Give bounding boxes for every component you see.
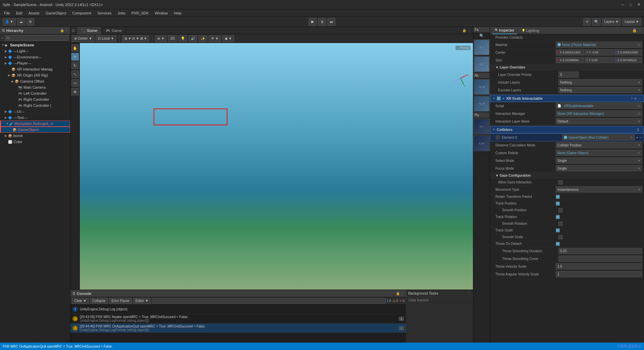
prop-layer-overrides[interactable]: ▼ Layer Overrides [490, 64, 644, 71]
layers-dropdown[interactable]: Layers ▼ [602, 18, 621, 26]
tree-rightcontroller2[interactable]: 🎮 Right Controller ( [0, 102, 70, 108]
bg-tasks-clear[interactable]: Clear Inactive [406, 297, 473, 303]
menu-window[interactable]: Window [152, 9, 170, 17]
track-rotation-checkbox[interactable]: ✓ [556, 215, 560, 219]
transform-tools[interactable]: ⊞ ▼ ⊟ ▼ ⊠ ▼ [122, 35, 150, 42]
tool-rotate[interactable]: ↻ [71, 62, 79, 69]
menu-edit[interactable]: Edit [13, 9, 25, 17]
inspector-tab-lighting[interactable]: 💡 Lighting [519, 27, 542, 34]
interaction-layer-mask-dropdown[interactable]: Default ▼ [556, 118, 642, 124]
scene-gizmos[interactable]: ⊕ ▼ [155, 35, 167, 42]
hierarchy-menu[interactable]: ⋮ [65, 29, 68, 32]
prop-gaze-config[interactable]: ▼ Gaze Configuration [490, 172, 644, 179]
tool-hand[interactable]: ✋ [71, 44, 79, 52]
console-error-pause-btn[interactable]: Error Pause [109, 298, 132, 304]
center-y-field[interactable]: Y Y -0.05 [585, 49, 613, 55]
hierarchy-search-input[interactable] [5, 35, 69, 41]
custom-reticle-value[interactable]: None (Game Object) ⊙ [556, 150, 642, 156]
center-dropdown[interactable]: ⊕ Center ▼ [72, 35, 94, 42]
scene-2d[interactable]: 2D [168, 35, 177, 42]
local-dropdown[interactable]: ⊡ Local ▼ [96, 35, 116, 42]
pause-button[interactable]: ⏸ [318, 18, 326, 26]
console-clear-btn[interactable]: Clear ▼ [72, 298, 89, 304]
tree-samplescene[interactable]: ▼ ◆ SampleScene [0, 42, 70, 48]
element0-value[interactable]: GameObject (Box Collider) ⊙ [562, 134, 635, 140]
center-x-field[interactable]: X X 0.000211455 [556, 49, 584, 55]
tool-move[interactable]: ✛ [71, 53, 79, 60]
tree-xrorigin[interactable]: ▶ 📦 XR Origin (XR Rig) [0, 72, 70, 78]
tool-rect[interactable]: ▭ [71, 79, 79, 87]
scene-fx[interactable]: ✨ [199, 35, 207, 42]
xr-grab-enabled[interactable]: ✓ [497, 96, 501, 100]
retain-transform-checkbox[interactable]: ✓ [556, 195, 560, 199]
size-y-field[interactable]: Y Y 0.09 [585, 57, 613, 63]
tree-light[interactable]: ▶ 🔷 ---Light--- [0, 48, 70, 54]
throw-velocity-scale-input[interactable] [556, 263, 642, 269]
assets-search-mini[interactable]: 🔍 [473, 33, 490, 39]
menu-services[interactable]: Services [95, 9, 114, 17]
smooth-position-checkbox[interactable] [558, 208, 562, 212]
tree-mistsplitter[interactable]: ▼ 🗡️ Mistsplitter Reforged_m [0, 121, 70, 127]
asset-thumb-5[interactable]: b_co [473, 135, 490, 152]
prop-material-value[interactable]: None (Physic Material) ⊙ [556, 42, 642, 48]
toolbar-cloud[interactable]: ☁ [17, 18, 25, 26]
close-button[interactable]: ✕ [636, 2, 641, 7]
smooth-rotation-checkbox[interactable] [558, 222, 562, 226]
undo-button[interactable]: ↺ [583, 18, 591, 26]
toolbar-settings[interactable]: ⚙ [26, 18, 34, 26]
tree-gameobject[interactable]: 📦 GameObject [0, 127, 70, 133]
menu-help[interactable]: Help [171, 9, 184, 17]
track-scale-checkbox[interactable]: ✓ [556, 228, 560, 232]
element0-checkbox[interactable] [496, 135, 500, 139]
xr-grab-settings[interactable]: ⚙ [634, 97, 637, 100]
minimize-button[interactable]: ─ [620, 2, 625, 7]
scene-audio[interactable]: 🔊 [189, 35, 197, 42]
tree-maincamera[interactable]: 📷 Main Camera [0, 84, 70, 90]
menu-gameobject[interactable]: GameObject [43, 9, 69, 17]
interaction-manager-value[interactable]: None (XR Interaction Manager) ⊙ [556, 111, 642, 117]
allow-gaze-checkbox[interactable] [558, 180, 562, 184]
menu-assets[interactable]: Assets [26, 9, 42, 17]
console-collapse-btn[interactable]: Collapse [90, 298, 108, 304]
tree-cube[interactable]: ⬜ Cube [0, 139, 70, 145]
asset-thumb-1[interactable]: b_c [473, 56, 490, 73]
toolbar-account[interactable]: 👤 ▼ [3, 18, 16, 26]
asset-thumb-4[interactable]: b_c [473, 118, 490, 135]
search-button[interactable]: 🔍 [592, 18, 601, 26]
step-button[interactable]: ⏭ [327, 18, 335, 26]
maximize-button[interactable]: □ [628, 2, 633, 7]
tree-rightcontroller[interactable]: 🎮 Right Controller [0, 96, 70, 102]
tree-cameraoffset[interactable]: ▶ 📦 Camera Offset [0, 78, 70, 84]
throw-on-detach-checkbox[interactable]: ✓ [556, 242, 560, 246]
exclude-layers-dropdown[interactable]: Nothing ▼ [558, 87, 642, 93]
scene-view[interactable]: ←Persp X Y Z [80, 43, 473, 290]
hierarchy-lock[interactable]: 🔒 [60, 29, 64, 32]
track-position-checkbox[interactable]: ✓ [556, 202, 560, 206]
throw-smoothing-curve-value[interactable] [558, 256, 642, 262]
scene-lighting[interactable]: 💡 [178, 35, 187, 42]
xr-grab-menu[interactable]: ⋮ [638, 97, 642, 100]
include-layers-dropdown[interactable]: Nothing ▼ [558, 79, 642, 85]
center-z-field[interactable]: Z Z 0.005811585 [614, 49, 642, 55]
play-button[interactable]: ▶ [309, 18, 317, 26]
console-editor-btn[interactable]: Editor ▼ [133, 298, 151, 304]
console-row-1[interactable]: ⚠ [20:43:08] PXR MRC Awake openMRC = Tru… [70, 314, 406, 323]
menu-pxr-sdk[interactable]: PXR_SDK [129, 9, 151, 17]
console-menu[interactable]: ⋮ [400, 292, 404, 295]
movement-type-dropdown[interactable]: Instantaneous ▼ [556, 186, 642, 192]
console-lock[interactable]: 🔒 [396, 292, 400, 295]
smooth-scale-checkbox[interactable] [558, 235, 562, 239]
scene-view-options[interactable]: 👁 ▼ [209, 35, 221, 42]
colliders-section-header[interactable]: ▼ Colliders 1 [490, 126, 644, 133]
tree-ui[interactable]: ▶ 🔷 ---UI--- [0, 108, 70, 115]
inspector-menu[interactable]: ⋮ [638, 28, 642, 33]
tree-test[interactable]: ▶ 🔷 ---Test--- [0, 115, 70, 121]
throw-smoothing-duration-input[interactable] [558, 248, 642, 254]
scene-tab-scene[interactable]: ⬛Scene [77, 27, 102, 34]
tool-scale[interactable]: ⤡ [71, 71, 79, 78]
bg-tasks-menu[interactable]: ⋮ [467, 291, 471, 295]
menu-jobs[interactable]: Jobs [115, 9, 128, 17]
console-row-0[interactable]: ℹ UnityEngine.Debug:Log (object) [70, 305, 406, 314]
collider-add[interactable]: + [636, 135, 638, 139]
select-mode-dropdown[interactable]: Single ▼ [556, 158, 642, 164]
